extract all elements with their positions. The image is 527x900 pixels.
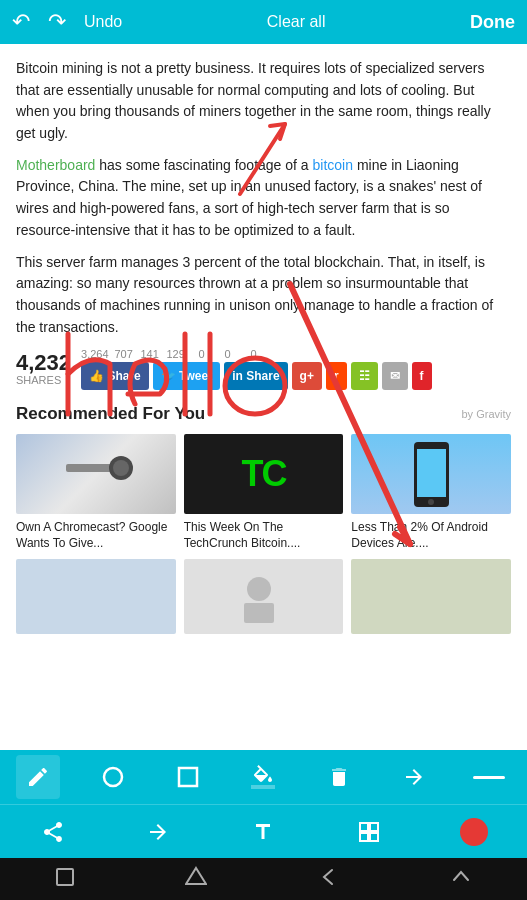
svg-point-2 [113,460,129,476]
share-num-5: 0 [191,348,213,360]
pen-tool-button[interactable] [16,755,60,799]
clear-all-button[interactable]: Clear all [267,13,326,31]
rec-image-4 [16,559,176,634]
android-nav-bar [0,858,527,900]
svg-point-11 [104,768,122,786]
svg-rect-14 [370,823,378,831]
undo-button[interactable]: Undo [84,13,122,31]
rect-tool-button[interactable] [166,755,210,799]
article-paragraph-2: Motherboard has some fascinating footage… [16,155,511,242]
undo-back-icon[interactable]: ↶ [12,9,30,35]
selection-tool-button[interactable] [347,810,391,854]
svg-rect-17 [57,869,73,885]
fill-tool-button[interactable] [241,755,285,799]
share-reddit-button[interactable]: r [326,362,347,390]
recommended-grid-2 [16,559,511,634]
color-swatch-red [460,818,488,846]
rec-item-1[interactable]: Own A Chromecast? Google Wants To Give..… [16,434,176,551]
share-googleplus-button[interactable]: g+ [292,362,322,390]
share-num-4: 129 [165,348,187,360]
top-toolbar: ↶ ↷ Undo Clear all Done [0,0,527,44]
rec-caption-1: Own A Chromecast? Google Wants To Give..… [16,520,176,551]
article-paragraph-1: Bitcoin mining is not a pretty business.… [16,58,511,145]
rec-caption-2: This Week On The TechCrunch Bitcoin.... [184,520,344,551]
share-flipboard-button[interactable]: f [412,362,432,390]
rec-image-2: TC [184,434,344,514]
share-email-button[interactable]: ✉ [382,362,408,390]
arrow-tool-button[interactable] [392,755,436,799]
nav-home-button[interactable] [185,866,207,893]
share-num-2: 707 [113,348,135,360]
shares-count: 4,232 SHARES [16,352,71,386]
highlighter-tool-button[interactable] [317,755,361,799]
forward-button[interactable] [136,810,180,854]
nav-recents-button[interactable] [55,867,75,892]
rec-image-5 [184,559,344,634]
recommended-header: Recommended For You by Gravity [16,404,511,424]
shares-label: SHARES [16,374,61,386]
svg-rect-16 [370,833,378,841]
line-icon [473,776,505,779]
nav-back-button[interactable] [318,866,340,893]
share-buttons: 👍 Share 🐦 Tweet in Share g+ r ☷ ✉ f [81,362,432,390]
rec-item-5[interactable] [184,559,344,634]
text-tool-button[interactable] [241,810,285,854]
annotation-toolbar-top [0,750,527,804]
rec-image-3 [351,434,511,514]
article-paragraph-3: This server farm manages 3 percent of th… [16,252,511,339]
share-num-1: 3,264 [81,348,109,360]
rec-item-3[interactable]: Less Than 2% Of Android Devices Are.... [351,434,511,551]
svg-point-5 [428,499,434,505]
nav-up-button[interactable] [450,866,472,893]
motherboard-link[interactable]: Motherboard [16,157,95,173]
share-numbers: 3,264 707 141 129 0 0 0 [81,348,426,360]
svg-rect-13 [360,823,368,831]
share-num-6: 0 [217,348,239,360]
rec-image-6 [351,559,511,634]
annotation-toolbar-mid [0,804,527,858]
svg-rect-4 [417,449,446,497]
by-gravity: by Gravity [461,408,511,420]
color-picker-button[interactable] [452,810,496,854]
done-button[interactable]: Done [470,12,515,33]
svg-rect-7 [244,603,274,623]
share-num-3: 141 [139,348,161,360]
svg-marker-18 [186,868,206,884]
share-num-7: 0 [243,348,265,360]
shares-number: 4,232 [16,352,71,374]
bitcoin-link[interactable]: bitcoin [313,157,353,173]
content-area: Bitcoin mining is not a pretty business.… [0,44,527,726]
techcrunch-logo: TC [242,453,286,495]
rec-item-4[interactable] [16,559,176,634]
share-bar: 4,232 SHARES 3,264 707 141 129 0 0 0 👍 S… [16,348,511,390]
share-button[interactable] [31,810,75,854]
share-linkedin-button[interactable]: in Share [224,362,287,390]
svg-rect-15 [360,833,368,841]
svg-rect-12 [179,768,197,786]
svg-point-6 [247,577,271,601]
rec-caption-3: Less Than 2% Of Android Devices Are.... [351,520,511,551]
para2-mid: has some fascinating footage of a [99,157,312,173]
line-tool-button[interactable] [467,755,511,799]
recommended-title: Recommended For You [16,404,205,424]
share-twitter-button[interactable]: 🐦 Tweet [153,362,220,390]
rec-item-6[interactable] [351,559,511,634]
share-facebook-button[interactable]: 👍 Share [81,362,149,390]
recommended-grid: Own A Chromecast? Google Wants To Give..… [16,434,511,551]
share-stumble-button[interactable]: ☷ [351,362,378,390]
redo-forward-icon[interactable]: ↷ [48,9,66,35]
rec-image-1 [16,434,176,514]
toolbar-left-actions: ↶ ↷ Undo [12,9,122,35]
rec-item-2[interactable]: TC This Week On The TechCrunch Bitcoin..… [184,434,344,551]
circle-tool-button[interactable] [91,755,135,799]
